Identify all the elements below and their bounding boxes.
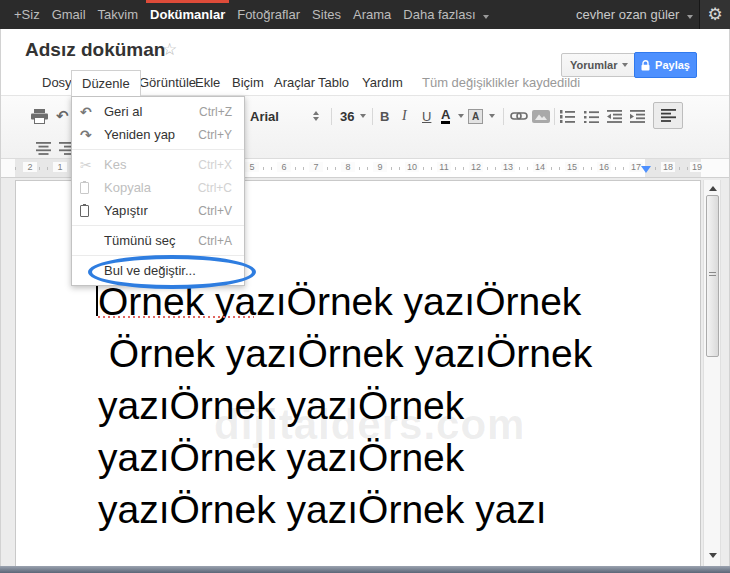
menu-item-label: Geri al bbox=[104, 104, 199, 119]
menu-goruntule[interactable]: Görüntüle bbox=[137, 70, 198, 95]
menu-separator bbox=[72, 149, 244, 150]
align-left-button-active[interactable] bbox=[653, 102, 683, 129]
lock-icon bbox=[641, 60, 650, 71]
right-indent-marker[interactable] bbox=[641, 166, 651, 173]
menu-item-shortcut: Ctrl+A bbox=[198, 234, 232, 248]
clipboard-icon bbox=[80, 205, 104, 217]
numbered-list-button[interactable] bbox=[560, 106, 575, 126]
underline-button[interactable]: U bbox=[422, 106, 431, 126]
gear-icon: ⚙ bbox=[707, 6, 722, 23]
menu-tablo[interactable]: Tablo bbox=[316, 70, 351, 95]
ruler-number: 7 bbox=[309, 162, 323, 172]
stepper-up-icon bbox=[313, 111, 319, 115]
topbar-link-label: Dokümanlar bbox=[150, 7, 225, 22]
text-color-button[interactable]: A bbox=[441, 106, 450, 126]
topbar-link-fotograflar[interactable]: Fotoğraflar bbox=[231, 0, 306, 29]
font-size-caret[interactable] bbox=[360, 106, 366, 126]
scroll-up-icon[interactable] bbox=[709, 186, 717, 191]
caret-down-icon bbox=[687, 15, 693, 19]
user-menu[interactable]: cevher ozan güler bbox=[576, 7, 699, 22]
indent-button[interactable] bbox=[630, 106, 645, 126]
ruler-number: 15 bbox=[565, 162, 579, 172]
undo-button[interactable]: ↶ bbox=[56, 106, 69, 126]
menu-bicim[interactable]: Biçim bbox=[230, 70, 266, 95]
ruler-number: 10 bbox=[405, 162, 419, 172]
menu-item-geri-al[interactable]: ↶ Geri al Ctrl+Z bbox=[72, 100, 244, 123]
topbar-link-sites[interactable]: Sites bbox=[306, 0, 347, 29]
bold-button[interactable]: B bbox=[380, 106, 389, 126]
print-button[interactable] bbox=[31, 106, 48, 126]
caret-down-icon bbox=[458, 114, 464, 118]
window-bottom-strip bbox=[0, 566, 730, 573]
ruler-number: 18 bbox=[661, 162, 675, 172]
menu-araclar[interactable]: Araçlar bbox=[272, 70, 317, 95]
ruler-number: 12 bbox=[469, 162, 483, 172]
active-tab-indicator bbox=[146, 0, 229, 3]
ruler-number: 13 bbox=[501, 162, 515, 172]
menu-yardim[interactable]: Yardım bbox=[360, 70, 405, 95]
stepper-down-icon bbox=[313, 117, 319, 121]
topbar-right: cevher ozan güler ⚙ bbox=[576, 0, 730, 29]
caret-down-icon bbox=[483, 15, 489, 19]
scissors-icon: ✂ bbox=[80, 157, 104, 173]
document-line: yazıÖrnek yazıÖrnek bbox=[98, 383, 464, 429]
ruler-number: 8 bbox=[341, 162, 355, 172]
ruler-number: 16 bbox=[597, 162, 611, 172]
menu-item-yapistir[interactable]: Yapıştır Ctrl+V bbox=[72, 199, 244, 222]
menu-ekle[interactable]: Ekle bbox=[193, 70, 222, 95]
toolbar-separator bbox=[554, 108, 555, 125]
highlight-color-button[interactable]: A bbox=[468, 106, 483, 126]
star-icon[interactable]: ☆ bbox=[162, 39, 177, 60]
topbar-link-takvim[interactable]: Takvim bbox=[92, 0, 144, 29]
topbar-link-arama[interactable]: Arama bbox=[347, 0, 397, 29]
vertical-scrollbar[interactable] bbox=[703, 180, 721, 566]
insert-image-button[interactable] bbox=[532, 106, 550, 126]
document-line: yazıÖrnek yazıÖrnek yazı bbox=[98, 487, 547, 533]
undo-icon: ↶ bbox=[80, 105, 104, 119]
insert-link-button[interactable] bbox=[510, 106, 528, 126]
document-header: Adsız doküman ☆ Yorumlar Paylaş Dosya Dü… bbox=[0, 29, 730, 95]
link-icon bbox=[510, 111, 528, 121]
toolbar-separator bbox=[372, 108, 373, 125]
align-center-button[interactable] bbox=[36, 138, 51, 158]
menu-separator bbox=[72, 225, 244, 226]
save-status: Tüm değişiklikler kaydedildi bbox=[422, 70, 580, 95]
share-button[interactable]: Paylaş bbox=[634, 52, 697, 78]
topbar-link-siz[interactable]: +Siz bbox=[8, 0, 46, 29]
menu-item-tumunu-sec[interactable]: Tümünü seç Ctrl+A bbox=[72, 229, 244, 252]
document-title[interactable]: Adsız doküman bbox=[25, 39, 165, 61]
caret-down-icon bbox=[622, 63, 628, 67]
highlight-ellipse-annotation bbox=[88, 255, 256, 289]
font-size-select[interactable]: 36 bbox=[340, 106, 354, 126]
menu-item-label: Tümünü seç bbox=[104, 233, 198, 248]
topbar-link-dokumanlar[interactable]: Dokümanlar bbox=[144, 0, 231, 29]
outdent-icon bbox=[607, 110, 622, 123]
ruler-number: 1 bbox=[53, 162, 67, 172]
image-icon bbox=[532, 110, 550, 123]
scroll-down-icon[interactable] bbox=[709, 553, 717, 558]
text-color-caret[interactable] bbox=[458, 106, 464, 126]
document-line: Örnek yazıÖrnek yazıÖrnek bbox=[98, 331, 592, 377]
menu-item-shortcut: Ctrl+X bbox=[198, 158, 232, 172]
font-family-stepper[interactable] bbox=[313, 106, 319, 126]
topbar-link-gmail[interactable]: Gmail bbox=[46, 0, 92, 29]
bulleted-list-button[interactable] bbox=[584, 106, 599, 126]
italic-button[interactable]: I bbox=[402, 106, 407, 126]
menu-item-kes[interactable]: ✂ Kes Ctrl+X bbox=[72, 153, 244, 176]
menu-duzenle-open[interactable]: Düzenle bbox=[71, 70, 141, 96]
document-line: yazıÖrnek yazıÖrnek bbox=[98, 435, 464, 481]
ruler-number: 2 bbox=[23, 162, 37, 172]
ruler-number: 6 bbox=[277, 162, 291, 172]
settings-gear-button[interactable]: ⚙ bbox=[699, 0, 730, 29]
font-family-select[interactable]: Arial bbox=[250, 106, 308, 126]
toolbar-separator bbox=[331, 108, 332, 125]
highlight-caret[interactable] bbox=[489, 106, 495, 126]
topbar-link-daha-fazlasi[interactable]: Daha fazlası bbox=[397, 0, 495, 29]
menu-item-yeniden-yap[interactable]: ↷ Yeniden yap Ctrl+Y bbox=[72, 123, 244, 146]
menu-item-label: Yapıştır bbox=[104, 203, 198, 218]
outdent-button[interactable] bbox=[607, 106, 622, 126]
menu-item-shortcut: Ctrl+Y bbox=[198, 128, 232, 142]
scrollbar-thumb[interactable] bbox=[706, 195, 719, 357]
menu-item-kopyala[interactable]: Kopyala Ctrl+C bbox=[72, 176, 244, 199]
bulleted-list-icon bbox=[584, 110, 599, 123]
